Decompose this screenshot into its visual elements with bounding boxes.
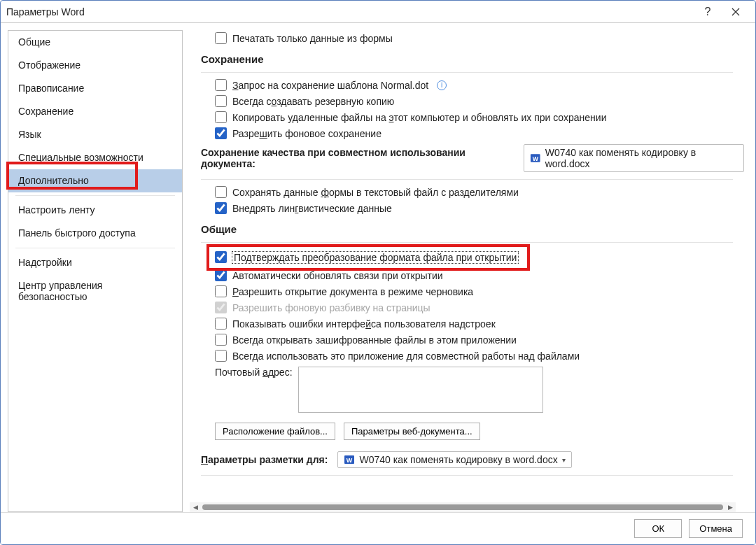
option-label: Автоматически обновлять связи при открыт…	[232, 270, 443, 281]
checkbox-form-data[interactable]	[215, 186, 227, 198]
main-scroll-area[interactable]: Печатать только данные из формы Сохранен…	[190, 30, 746, 512]
checkbox-addin-errors[interactable]	[215, 318, 227, 330]
checkbox-collab[interactable]	[215, 350, 227, 362]
help-button[interactable]: ?	[694, 2, 722, 22]
sidebar: Общие Отображение Правописание Сохранени…	[8, 30, 183, 512]
mail-address-row: Почтовый адрес:	[190, 364, 744, 416]
sidebar-item-language[interactable]: Язык	[8, 123, 182, 146]
sidebar-item-proofing[interactable]: Правописание	[8, 77, 182, 100]
scroll-right-icon[interactable]: ▶	[724, 504, 736, 511]
option-label: Разрешить открытие документа в режиме че…	[232, 286, 473, 297]
sidebar-item-quick-access[interactable]: Панель быстрого доступа	[8, 222, 182, 245]
horizontal-scrollbar[interactable]: ◀ ▶	[190, 502, 736, 512]
option-collab-app[interactable]: Всегда использовать это приложение для с…	[190, 348, 744, 364]
mail-textarea[interactable]	[298, 367, 543, 413]
svg-text:W: W	[533, 155, 539, 162]
option-label: Всегда создавать резервную копию	[232, 96, 394, 107]
window-title: Параметры Word	[6, 6, 694, 17]
section-head-share-quality: Сохранение качества при совместном испол…	[190, 141, 744, 176]
svg-text:W: W	[346, 457, 353, 464]
close-icon	[732, 8, 740, 16]
option-label: Копировать удаленные файлы на этот компь…	[232, 112, 606, 123]
option-label: Внедрять лингвистические данные	[232, 203, 392, 214]
checkbox-auto-links[interactable]	[215, 269, 227, 281]
option-label: Подтверждать преобразование формата файл…	[232, 252, 518, 263]
option-label: Запрос на сохранение шаблона Normal.dot	[232, 80, 428, 91]
section-rule	[201, 242, 733, 243]
scroll-left-icon[interactable]: ◀	[190, 504, 201, 511]
web-options-button[interactable]: Параметры веб-документа...	[344, 423, 480, 440]
section-head-general: Общие	[190, 216, 744, 239]
sidebar-separator	[15, 195, 175, 196]
word-icon: W	[530, 153, 541, 164]
checkbox-draft[interactable]	[215, 285, 227, 297]
cancel-button[interactable]: Отмена	[689, 519, 743, 538]
checkbox-print-form[interactable]	[215, 32, 227, 44]
checkbox-encrypted[interactable]	[215, 334, 227, 346]
section-head-label: Сохранение качества при совместном испол…	[201, 147, 514, 169]
option-addin-errors[interactable]: Показывать ошибки интерфейса пользовател…	[190, 316, 744, 332]
checkbox-background-save[interactable]	[215, 127, 227, 139]
sidebar-item-customize-ribbon[interactable]: Настроить ленту	[8, 199, 182, 222]
file-locations-button[interactable]: Расположение файлов...	[215, 423, 335, 440]
file-buttons-row: Расположение файлов... Параметры веб-док…	[190, 416, 744, 444]
document-selector-layout[interactable]: W W0740 как поменять кодировку в word.do…	[337, 451, 571, 468]
option-background-save[interactable]: Разрешить фоновое сохранение	[190, 125, 744, 141]
checkbox-linguistic[interactable]	[215, 202, 227, 214]
option-embed-linguistic[interactable]: Внедрять лингвистические данные	[190, 200, 744, 216]
checkbox-normal-dot[interactable]	[215, 79, 227, 91]
document-selector-share[interactable]: W W0740 как поменять кодировку в word.do…	[524, 144, 744, 172]
section-head-layout: Параметры разметки для: W W0740 как поме…	[190, 444, 744, 472]
section-head-save: Сохранение	[190, 46, 744, 69]
option-print-form-data[interactable]: Печатать только данные из формы	[190, 30, 744, 46]
checkbox-bg-repag	[215, 302, 227, 313]
mail-label: Почтовый адрес:	[215, 367, 293, 378]
option-label: Сохранять данные формы в текстовый файл …	[232, 187, 519, 198]
option-backup[interactable]: Всегда создавать резервную копию	[190, 93, 744, 109]
sidebar-separator	[15, 248, 175, 248]
sidebar-item-advanced[interactable]: Дополнительно	[8, 169, 182, 192]
sidebar-item-general[interactable]: Общие	[8, 31, 182, 54]
document-name: W0740 как поменять кодировку в word.docx	[545, 147, 738, 169]
checkbox-copy-remote[interactable]	[215, 111, 227, 123]
sidebar-item-addins[interactable]: Надстройки	[8, 251, 182, 274]
sidebar-item-save[interactable]: Сохранение	[8, 100, 182, 123]
document-name: W0740 как поменять кодировку в word.docx	[359, 454, 557, 465]
option-confirm-conversion[interactable]: Подтверждать преобразование формата файл…	[190, 247, 744, 267]
option-open-encrypted[interactable]: Всегда открывать зашифрованные файлы в э…	[190, 332, 744, 348]
section-rule	[201, 475, 733, 476]
ok-button[interactable]: ОК	[634, 519, 682, 538]
scrollbar-thumb[interactable]	[202, 504, 723, 510]
close-button[interactable]	[722, 2, 750, 22]
sidebar-item-trust-center[interactable]: Центр управления безопасностью	[8, 274, 182, 309]
checkbox-confirm-conv[interactable]	[215, 251, 227, 263]
word-icon: W	[344, 454, 355, 465]
option-background-repagination: Разрешить фоновую разбивку на страницы	[190, 299, 744, 316]
checkbox-backup[interactable]	[215, 95, 227, 107]
general-options-group: Подтверждать преобразование формата файл…	[190, 247, 744, 444]
sidebar-item-display[interactable]: Отображение	[8, 54, 182, 77]
section-rule	[201, 179, 733, 180]
option-label: Показывать ошибки интерфейса пользовател…	[232, 318, 496, 330]
option-copy-remote[interactable]: Копировать удаленные файлы на этот компь…	[190, 109, 744, 125]
section-rule	[201, 72, 733, 73]
option-label: Разрешить фоновую разбивку на страницы	[232, 302, 430, 313]
option-open-draft[interactable]: Разрешить открытие документа в режиме че…	[190, 283, 744, 299]
chevron-down-icon: ▾	[562, 456, 566, 464]
dialog-footer: ОК Отмена	[1, 512, 755, 544]
option-label: Всегда открывать зашифрованные файлы в э…	[232, 334, 517, 346]
option-auto-update-links[interactable]: Автоматически обновлять связи при открыт…	[190, 267, 744, 283]
option-label: Разрешить фоновое сохранение	[232, 128, 382, 139]
titlebar: Параметры Word ?	[1, 1, 755, 23]
section-head-label: Параметры разметки для:	[201, 454, 328, 465]
main-panel: Печатать только данные из формы Сохранен…	[190, 30, 746, 512]
option-label: Всегда использовать это приложение для с…	[232, 351, 580, 362]
option-normal-dot[interactable]: Запрос на сохранение шаблона Normal.dot …	[190, 77, 744, 93]
sidebar-item-accessibility[interactable]: Специальные возможности	[8, 146, 182, 169]
option-label: Печатать только данные из формы	[232, 33, 393, 44]
info-icon[interactable]: i	[437, 80, 447, 90]
option-form-data-text[interactable]: Сохранять данные формы в текстовый файл …	[190, 184, 744, 200]
